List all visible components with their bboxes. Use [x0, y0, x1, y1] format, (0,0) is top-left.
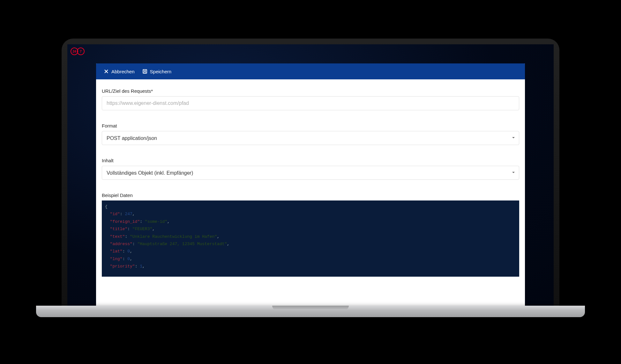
content-label: Inhalt — [102, 158, 519, 163]
content-select[interactable]: Vollständiges Objekt (inkl. Empfänger) — [102, 166, 519, 180]
code-colon: : — [123, 249, 128, 254]
code-line: "priority": 1, — [105, 263, 516, 270]
url-field-group: URL/Ziel des Requests* — [102, 88, 519, 110]
content-field-group: Inhalt Vollständiges Objekt (inkl. Empfä… — [102, 158, 519, 180]
cancel-button[interactable]: Abbrechen — [100, 66, 138, 77]
url-input[interactable] — [102, 96, 519, 110]
code-key: "title" — [110, 227, 128, 231]
code-comma: , — [130, 249, 132, 254]
format-label: Format — [102, 123, 519, 128]
code-comma: , — [142, 264, 145, 269]
save-button[interactable]: Speichern — [138, 66, 176, 77]
code-key: "lat" — [110, 249, 123, 254]
code-brace: { — [105, 204, 108, 209]
code-line: "title": "FEUER3", — [105, 225, 516, 233]
code-value: "some-id" — [145, 219, 167, 224]
code-value: "FEUER3" — [132, 227, 152, 231]
code-value: 247 — [125, 212, 132, 216]
example-data-label: Beispiel Daten — [102, 193, 519, 198]
format-field-group: Format POST application/json — [102, 123, 519, 145]
code-key: "foreign_id" — [110, 219, 140, 224]
code-colon: : — [135, 264, 140, 269]
cancel-button-label: Abbrechen — [111, 69, 135, 74]
laptop-shadow — [30, 316, 591, 325]
code-line: "text": "Unklare Rauchentwicklung im Haf… — [105, 233, 516, 240]
laptop-notch — [272, 306, 349, 310]
code-comma: , — [227, 242, 229, 246]
code-comma: , — [132, 212, 135, 216]
code-line: "lng": 0, — [105, 255, 516, 263]
code-colon: : — [127, 227, 132, 231]
form-panel: Abbrechen Speichern URL/Ziel des Request… — [96, 63, 525, 306]
code-line: "address": "Hauptstraße 247, 12345 Muste… — [105, 240, 516, 248]
code-colon: : — [120, 212, 125, 216]
code-line: "id": 247, — [105, 210, 516, 218]
code-value: "Unklare Rauchentwicklung im Hafen" — [130, 234, 217, 239]
app-logo: 24 7 — [71, 47, 88, 56]
code-comma: , — [130, 257, 132, 261]
laptop-bezel: 24 7 Abbrechen Speichern — [62, 39, 559, 306]
code-colon: : — [125, 234, 130, 239]
save-button-label: Speichern — [150, 69, 172, 74]
laptop-screen: 24 7 Abbrechen Speichern — [67, 44, 554, 306]
code-value: 1 — [140, 264, 142, 269]
save-icon — [142, 69, 147, 74]
code-colon: : — [123, 257, 128, 261]
code-colon: : — [140, 219, 145, 224]
code-key: "address" — [110, 242, 132, 246]
code-value: 0 — [127, 249, 130, 254]
code-value: 0 — [127, 257, 130, 261]
url-label: URL/Ziel des Requests* — [102, 88, 519, 94]
form-body: URL/Ziel des Requests* Format POST appli… — [96, 79, 525, 277]
code-key: "id" — [110, 212, 120, 216]
toolbar: Abbrechen Speichern — [96, 63, 525, 79]
code-comma: , — [152, 227, 155, 231]
code-line: "foreign_id": "some-id", — [105, 218, 516, 225]
code-value: "Hauptstraße 247, 12345 Musterstadt" — [137, 242, 227, 246]
code-line: "lat": 0, — [105, 248, 516, 255]
code-comma: , — [217, 234, 220, 239]
example-code-block: { "id": 247, "foreign_id": "some-id", "t… — [102, 200, 519, 277]
example-data-section: Beispiel Daten { "id": 247, "foreign_id"… — [102, 193, 519, 277]
format-select[interactable]: POST application/json — [102, 131, 519, 145]
code-key: "lng" — [110, 257, 123, 261]
code-comma: , — [167, 219, 170, 224]
laptop-base — [36, 306, 585, 317]
close-icon — [104, 69, 109, 74]
code-key: "priority" — [110, 264, 135, 269]
logo-right-circle: 7 — [77, 47, 85, 55]
svg-rect-1 — [144, 72, 146, 73]
code-key: "text" — [110, 234, 125, 239]
laptop-mockup-frame: 24 7 Abbrechen Speichern — [62, 39, 559, 325]
code-colon: : — [132, 242, 138, 246]
svg-rect-0 — [143, 69, 147, 73]
